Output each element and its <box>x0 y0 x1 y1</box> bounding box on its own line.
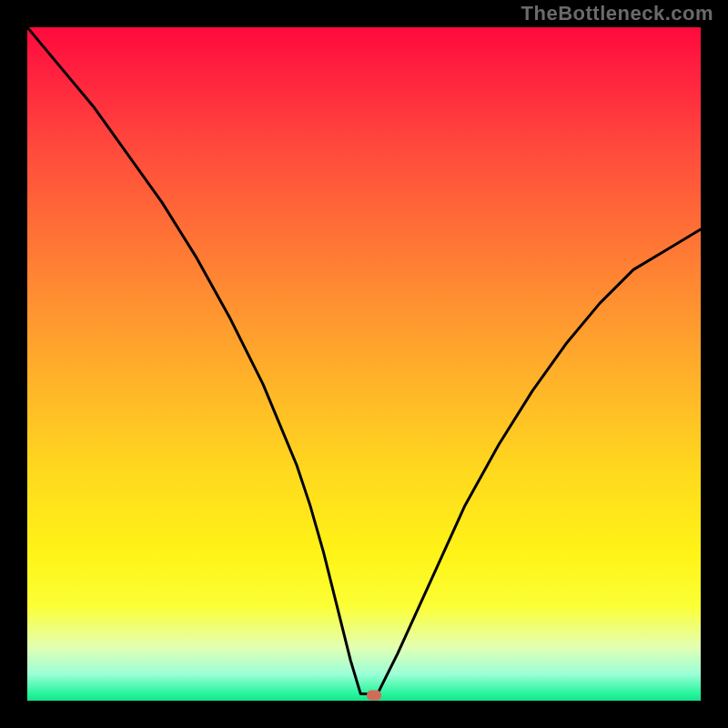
watermark-text: TheBottleneck.com <box>521 2 713 25</box>
plot-area <box>27 27 701 701</box>
curve-svg <box>27 27 701 701</box>
chart-frame: TheBottleneck.com <box>0 0 728 728</box>
optimal-point-marker <box>367 691 381 701</box>
bottleneck-curve <box>27 27 701 694</box>
